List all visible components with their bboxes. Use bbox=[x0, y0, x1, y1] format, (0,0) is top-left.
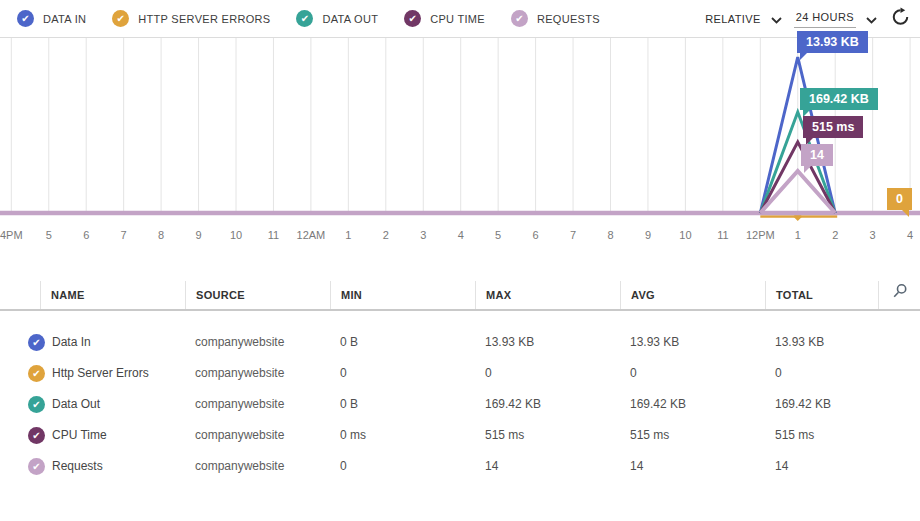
cell-avg: 515 ms bbox=[620, 428, 765, 442]
cell-total: 515 ms bbox=[765, 428, 878, 442]
legend-label: HTTP SERVER ERRORS bbox=[138, 13, 270, 25]
refresh-button[interactable] bbox=[891, 7, 910, 30]
check-icon: ✔ bbox=[28, 334, 45, 351]
cell-source: companywebsite bbox=[185, 428, 330, 442]
x-axis-label: 4 bbox=[888, 229, 920, 241]
legend-item-requests[interactable]: ✔ REQUESTS bbox=[511, 10, 600, 27]
search-icon bbox=[892, 281, 908, 309]
row-icon-cell: ✔ bbox=[0, 425, 45, 444]
check-icon: ✔ bbox=[28, 458, 45, 475]
column-header-max: MAX bbox=[475, 281, 620, 309]
column-header-icon bbox=[0, 281, 40, 309]
cell-source: companywebsite bbox=[185, 459, 330, 473]
chart-controls: RELATIVE 24 HOURS bbox=[705, 7, 910, 30]
cell-total: 14 bbox=[765, 459, 878, 473]
cell-total: 169.42 KB bbox=[765, 397, 878, 411]
column-header-total: TOTAL bbox=[765, 281, 878, 309]
cell-name: Requests bbox=[45, 459, 185, 473]
metrics-table: NAME SOURCE MIN MAX AVG TOTAL ✔Data Inco… bbox=[0, 281, 920, 481]
table-search-button[interactable] bbox=[878, 281, 920, 309]
peak-value-badge-data-in: 13.93 KB bbox=[797, 31, 868, 53]
table-row-http-server-errors[interactable]: ✔Http Server Errorscompanywebsite0000 bbox=[0, 357, 920, 388]
peak-value-badge-requests: 14 bbox=[801, 144, 833, 166]
time-range-value: 24 HOURS bbox=[794, 9, 856, 28]
legend-label: CPU TIME bbox=[430, 13, 485, 25]
aggregation-value: RELATIVE bbox=[705, 13, 761, 25]
cell-name: Data Out bbox=[45, 397, 185, 411]
check-icon: ✔ bbox=[404, 10, 421, 27]
cell-min: 0 B bbox=[330, 397, 475, 411]
cell-source: companywebsite bbox=[185, 335, 330, 349]
column-header-min: MIN bbox=[330, 281, 475, 309]
cell-max: 515 ms bbox=[475, 428, 620, 442]
table-body: ✔Data Incompanywebsite0 B13.93 KB13.93 K… bbox=[0, 326, 920, 481]
legend-item-http-server-errors[interactable]: ✔ HTTP SERVER ERRORS bbox=[112, 10, 270, 27]
refresh-icon bbox=[891, 7, 910, 30]
cell-min: 0 bbox=[330, 366, 475, 380]
peak-value-badge-cpu-time: 515 ms bbox=[803, 116, 863, 138]
check-icon: ✔ bbox=[112, 10, 129, 27]
check-icon: ✔ bbox=[28, 427, 45, 444]
cell-avg: 14 bbox=[620, 459, 765, 473]
column-header-source: SOURCE bbox=[185, 281, 330, 309]
check-icon: ✔ bbox=[28, 365, 45, 382]
time-range-dropdown[interactable]: 24 HOURS bbox=[794, 9, 877, 28]
legend-item-cpu-time[interactable]: ✔ CPU TIME bbox=[404, 10, 485, 27]
legend-bar: ✔ DATA IN ✔ HTTP SERVER ERRORS ✔ DATA OU… bbox=[0, 0, 920, 37]
check-icon: ✔ bbox=[296, 10, 313, 27]
chart-plot-area bbox=[0, 37, 920, 223]
aggregation-dropdown[interactable]: RELATIVE bbox=[705, 10, 782, 28]
x-axis: 4PM56789101112AM123456789101112PM1234 bbox=[0, 229, 920, 245]
table-row-data-out[interactable]: ✔Data Outcompanywebsite0 B169.42 KB169.4… bbox=[0, 388, 920, 419]
table-header-row: NAME SOURCE MIN MAX AVG TOTAL bbox=[0, 281, 920, 311]
row-icon-cell: ✔ bbox=[0, 394, 45, 413]
cell-max: 13.93 KB bbox=[475, 335, 620, 349]
table-row-requests[interactable]: ✔Requestscompanywebsite0141414 bbox=[0, 450, 920, 481]
cell-min: 0 B bbox=[330, 335, 475, 349]
cell-max: 0 bbox=[475, 366, 620, 380]
row-icon-cell: ✔ bbox=[0, 363, 45, 382]
legend-item-data-in[interactable]: ✔ DATA IN bbox=[17, 10, 86, 27]
cell-name: Data In bbox=[45, 335, 185, 349]
column-header-avg: AVG bbox=[620, 281, 765, 309]
cell-source: companywebsite bbox=[185, 397, 330, 411]
metrics-line-chart[interactable]: 13.93 KB 169.42 KB 515 ms 14 0 bbox=[0, 37, 920, 223]
cell-name: Http Server Errors bbox=[45, 366, 185, 380]
cell-avg: 169.42 KB bbox=[620, 397, 765, 411]
cell-avg: 0 bbox=[620, 366, 765, 380]
check-icon: ✔ bbox=[17, 10, 34, 27]
row-icon-cell: ✔ bbox=[0, 332, 45, 351]
cell-total: 0 bbox=[765, 366, 878, 380]
cell-total: 13.93 KB bbox=[765, 335, 878, 349]
cell-max: 14 bbox=[475, 459, 620, 473]
cell-name: CPU Time bbox=[45, 428, 185, 442]
check-icon: ✔ bbox=[28, 396, 45, 413]
peak-value-badge-data-out: 169.42 KB bbox=[800, 88, 878, 110]
legend-label: REQUESTS bbox=[537, 13, 600, 25]
peak-value-badge-http-errors: 0 bbox=[887, 188, 912, 210]
chevron-down-icon bbox=[866, 10, 877, 28]
cell-min: 0 ms bbox=[330, 428, 475, 442]
check-icon: ✔ bbox=[511, 10, 528, 27]
chart-legend: ✔ DATA IN ✔ HTTP SERVER ERRORS ✔ DATA OU… bbox=[17, 10, 600, 27]
cell-max: 169.42 KB bbox=[475, 397, 620, 411]
row-icon-cell: ✔ bbox=[0, 456, 45, 475]
cell-min: 0 bbox=[330, 459, 475, 473]
table-row-cpu-time[interactable]: ✔CPU Timecompanywebsite0 ms515 ms515 ms5… bbox=[0, 419, 920, 450]
legend-label: DATA OUT bbox=[322, 13, 378, 25]
cell-avg: 13.93 KB bbox=[620, 335, 765, 349]
legend-label: DATA IN bbox=[43, 13, 86, 25]
column-header-name: NAME bbox=[40, 281, 185, 309]
metrics-monitor-panel: ✔ DATA IN ✔ HTTP SERVER ERRORS ✔ DATA OU… bbox=[0, 0, 920, 521]
legend-item-data-out[interactable]: ✔ DATA OUT bbox=[296, 10, 378, 27]
cell-source: companywebsite bbox=[185, 366, 330, 380]
table-row-data-in[interactable]: ✔Data Incompanywebsite0 B13.93 KB13.93 K… bbox=[0, 326, 920, 357]
chevron-down-icon bbox=[771, 10, 782, 28]
